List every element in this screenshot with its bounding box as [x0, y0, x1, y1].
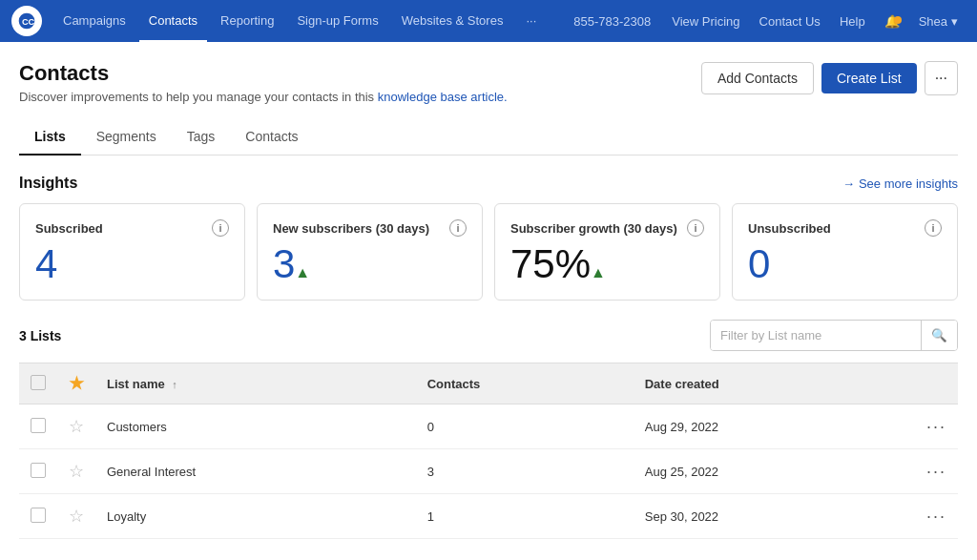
see-more-insights-link[interactable]: → See more insights — [842, 176, 958, 191]
info-icon-growth[interactable]: i — [687, 219, 704, 237]
info-icon-subscribed[interactable]: i — [212, 219, 229, 237]
td-star-general: ☆ — [57, 449, 95, 494]
star-header-icon: ★ — [69, 374, 84, 393]
insight-unsubscribed-label: Unsubscribed i — [748, 219, 942, 237]
td-star-loyalty: ☆ — [57, 494, 95, 539]
top-navigation: CC Campaigns Contacts Reporting Sign-up … — [0, 0, 977, 42]
nav-view-pricing[interactable]: View Pricing — [664, 14, 747, 29]
lists-table: ★ List name ↑ Contacts Date created — [19, 363, 958, 539]
insight-subscribed-label: Subscribed i — [35, 219, 229, 237]
tab-tags[interactable]: Tags — [172, 119, 231, 156]
lists-header: 3 Lists 🔍 — [19, 320, 958, 351]
header-actions: Add Contacts Create List ··· — [701, 61, 958, 95]
nav-contacts[interactable]: Contacts — [139, 0, 207, 42]
nav-bell[interactable]: 🔔 — [877, 14, 907, 29]
row-actions-customers[interactable]: ··· — [926, 417, 946, 436]
th-list-name[interactable]: List name ↑ — [95, 363, 416, 404]
insight-new-subscribers-label: New subscribers (30 days) i — [273, 219, 467, 237]
insight-unsubscribed-value: 0 — [748, 244, 942, 284]
add-contacts-button[interactable]: Add Contacts — [701, 62, 814, 94]
td-contacts-loyalty: 1 — [416, 494, 634, 539]
insight-card-growth: Subscriber growth (30 days) i 75%▲ — [494, 203, 720, 301]
td-date-customers: Aug 29, 2022 — [634, 404, 912, 449]
td-name-general[interactable]: General Interest — [95, 449, 416, 494]
row-actions-loyalty[interactable]: ··· — [926, 507, 946, 526]
page-subtitle: Discover improvements to help you manage… — [19, 90, 508, 104]
th-star: ★ — [57, 363, 95, 404]
tab-contacts[interactable]: Contacts — [230, 119, 313, 156]
table-row: ☆ Customers 0 Aug 29, 2022 ··· — [19, 404, 958, 449]
info-icon-new-subscribers[interactable]: i — [449, 219, 467, 237]
td-date-general: Aug 25, 2022 — [634, 449, 912, 494]
table-header-row: ★ List name ↑ Contacts Date created — [19, 363, 958, 404]
star-general[interactable]: ☆ — [69, 462, 84, 481]
insight-growth-label: Subscriber growth (30 days) i — [510, 219, 704, 237]
nav-user-menu[interactable]: Shea ▾ — [911, 14, 966, 29]
insight-growth-value: 75%▲ — [510, 244, 704, 284]
create-list-button[interactable]: Create List — [821, 63, 917, 93]
row-checkbox-customers[interactable] — [31, 418, 46, 433]
th-date-created: Date created — [634, 363, 912, 404]
sort-icon-list-name: ↑ — [172, 379, 177, 390]
filter-box: 🔍 — [710, 320, 958, 351]
insights-section: Insights → See more insights Subscribed … — [19, 175, 958, 301]
th-contacts: Contacts — [416, 363, 634, 404]
table-row: ☆ Loyalty 1 Sep 30, 2022 ··· — [19, 494, 958, 539]
td-checkbox-loyalty — [19, 494, 57, 539]
table-row: ☆ General Interest 3 Aug 25, 2022 ··· — [19, 449, 958, 494]
trend-up-growth: ▲ — [591, 264, 606, 280]
nav-contact-us[interactable]: Contact Us — [752, 14, 828, 29]
insights-header: Insights → See more insights — [19, 175, 958, 192]
td-contacts-customers: 0 — [416, 404, 634, 449]
insight-card-unsubscribed: Unsubscribed i 0 — [732, 203, 958, 301]
td-star-customers: ☆ — [57, 404, 95, 449]
insight-subscribed-value: 4 — [35, 244, 229, 284]
tab-lists[interactable]: Lists — [19, 119, 81, 156]
trend-up-new-subscribers: ▲ — [295, 264, 310, 280]
logo[interactable]: CC — [11, 6, 42, 36]
page-title: Contacts — [19, 61, 508, 86]
nav-signup-forms[interactable]: Sign-up Forms — [287, 0, 387, 42]
insight-new-subscribers-value: 3▲ — [273, 244, 467, 284]
td-name-loyalty[interactable]: Loyalty — [95, 494, 416, 539]
th-checkbox — [19, 363, 57, 404]
page-tabs: Lists Segments Tags Contacts — [19, 119, 958, 156]
filter-search-button[interactable]: 🔍 — [921, 321, 957, 350]
row-checkbox-loyalty[interactable] — [31, 508, 46, 523]
insight-card-subscribed: Subscribed i 4 — [19, 203, 245, 301]
page-header: Contacts Discover improvements to help y… — [19, 61, 958, 104]
td-actions-general: ··· — [912, 449, 958, 494]
td-date-loyalty: Sep 30, 2022 — [634, 494, 912, 539]
page-content: Contacts Discover improvements to help y… — [0, 42, 977, 539]
more-options-button[interactable]: ··· — [925, 61, 958, 95]
insight-cards: Subscribed i 4 New subscribers (30 days)… — [19, 203, 958, 301]
page-title-group: Contacts Discover improvements to help y… — [19, 61, 508, 104]
tab-segments[interactable]: Segments — [81, 119, 172, 156]
nav-more[interactable]: ··· — [516, 0, 546, 42]
td-checkbox-customers — [19, 404, 57, 449]
insights-title: Insights — [19, 175, 77, 192]
lists-section: 3 Lists 🔍 ★ List name ↑ — [19, 320, 958, 539]
row-checkbox-general[interactable] — [31, 463, 46, 478]
notification-dot — [894, 16, 902, 24]
star-loyalty[interactable]: ☆ — [69, 507, 84, 526]
row-actions-general[interactable]: ··· — [926, 462, 946, 481]
info-icon-unsubscribed[interactable]: i — [925, 219, 942, 237]
td-contacts-general: 3 — [416, 449, 634, 494]
select-all-checkbox[interactable] — [31, 375, 46, 390]
td-checkbox-general — [19, 449, 57, 494]
star-customers[interactable]: ☆ — [69, 417, 84, 436]
nav-help[interactable]: Help — [832, 14, 873, 29]
nav-reporting[interactable]: Reporting — [211, 0, 283, 42]
insight-card-new-subscribers: New subscribers (30 days) i 3▲ — [257, 203, 483, 301]
td-name-customers[interactable]: Customers — [95, 404, 416, 449]
nav-campaigns[interactable]: Campaigns — [53, 0, 135, 42]
td-actions-loyalty: ··· — [912, 494, 958, 539]
filter-input[interactable] — [711, 321, 921, 350]
knowledge-base-link[interactable]: knowledge base article. — [378, 90, 508, 104]
svg-text:CC: CC — [22, 17, 35, 27]
nav-websites-stores[interactable]: Websites & Stores — [392, 0, 513, 42]
td-actions-customers: ··· — [912, 404, 958, 449]
th-row-actions — [912, 363, 958, 404]
nav-phone: 855-783-2308 — [564, 14, 660, 29]
